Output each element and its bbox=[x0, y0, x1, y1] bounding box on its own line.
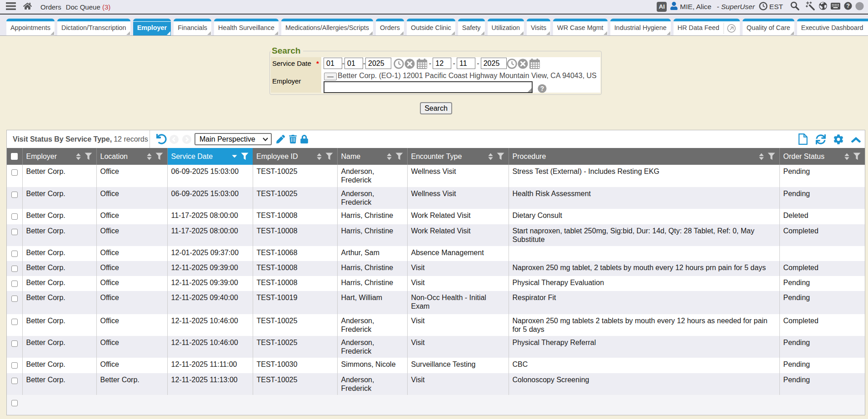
svg-text:?: ? bbox=[540, 84, 544, 92]
svg-text:?: ? bbox=[846, 3, 850, 9]
